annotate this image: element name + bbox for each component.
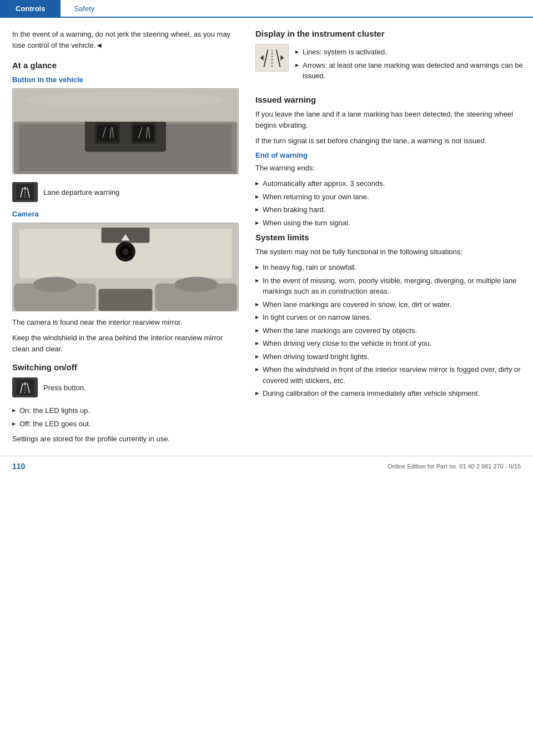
camera-desc1: The camera is found near the interior re… <box>12 317 240 328</box>
svg-rect-6 <box>97 125 118 142</box>
end-bullet-4: When using the turn signal. <box>255 218 523 229</box>
sl-bullet-4: In tight curves or on narrow lanes. <box>255 312 523 323</box>
display-bullet1: Lines: system is activated. <box>295 47 523 58</box>
header-tabs: Controls Safety <box>0 0 533 18</box>
instrument-bullets: Lines: system is activated. Arrows: at l… <box>295 44 523 86</box>
left-column: In the event of a warning, do not jerk t… <box>0 29 250 445</box>
switching-icon-badge <box>12 377 38 397</box>
camera-image <box>12 223 239 311</box>
svg-point-32 <box>33 277 77 293</box>
sl-bullet-8: When the windshield in front of the inte… <box>255 364 523 386</box>
sl-bullet-6: When driving very close to the vehicle i… <box>255 338 523 349</box>
sl-bullet-5: When the lane markings are covered by ob… <box>255 325 523 336</box>
svg-point-33 <box>174 277 218 293</box>
button-in-vehicle-title: Button in the vehicle <box>12 75 240 84</box>
lane-departure-icon-badge <box>12 182 38 202</box>
camera-title: Camera <box>12 210 240 218</box>
display-instrument-row: Lines: system is activated. Arrows: at l… <box>255 44 523 86</box>
sl-bullet-7: When driving toward bright lights. <box>255 351 523 362</box>
intro-text: In the event of a warning, do not jerk t… <box>12 29 240 51</box>
display-bullet2: Arrows: at least one lane marking was de… <box>295 60 523 82</box>
switching-title: Switching on/off <box>12 362 240 372</box>
svg-point-15 <box>27 92 224 108</box>
sl-bullet-9: During calibration of the camera immedia… <box>255 388 523 399</box>
system-limits-title: System limits <box>255 233 523 242</box>
system-limits-intro: The system may not be fully functional i… <box>255 246 523 258</box>
press-button-label: Press button. <box>43 384 86 392</box>
switching-section: Switching on/off Press button. On: the L… <box>12 362 240 445</box>
end-bullet-1: Automatically after approx. 3 seconds. <box>255 178 523 189</box>
issued-warning-title: Issued warning <box>255 95 523 104</box>
at-a-glance-title: At a glance <box>12 61 240 70</box>
lane-departure-row: Lane departure warning <box>12 182 240 202</box>
right-column: Display in the instrument cluster Lin <box>250 29 533 445</box>
svg-rect-10 <box>133 125 154 142</box>
end-bullet-2: When returning to your own lane. <box>255 191 523 203</box>
issued-p2: If the turn signal is set before changin… <box>255 135 523 147</box>
sl-bullet-2: In the event of missing, worn, poorly vi… <box>255 275 523 297</box>
display-title: Display in the instrument cluster <box>255 29 523 38</box>
end-of-warning-title: End of warning <box>255 151 523 159</box>
lane-departure-label: Lane departure warning <box>43 188 119 196</box>
sl-bullet-1: In heavy fog, rain or snowfall. <box>255 262 523 273</box>
page-number: 110 <box>12 462 25 471</box>
issued-p1: If you leave the lane and if a lane mark… <box>255 109 523 131</box>
end-bullet-3: When braking hard. <box>255 204 523 215</box>
camera-desc2: Keep the windshield in the area behind t… <box>12 332 240 355</box>
page-content: In the event of a warning, do not jerk t… <box>0 18 533 445</box>
system-limits-bullets: In heavy fog, rain or snowfall. In the e… <box>255 262 523 399</box>
settings-text: Settings are stored for the profile curr… <box>12 434 240 445</box>
switching-badge-row: Press button. <box>12 377 240 397</box>
bullet-off: Off: the LED goes out. <box>12 419 240 430</box>
tab-safety[interactable]: Safety <box>61 0 108 18</box>
end-of-warning-intro: The warning ends: <box>255 163 523 174</box>
instrument-icon <box>255 44 289 72</box>
footer: 110 Online Edition for Part no. 01 40 2 … <box>0 456 533 476</box>
tab-controls[interactable]: Controls <box>0 0 61 17</box>
bullet-on: On: the LED lights up. <box>12 405 240 416</box>
button-vehicle-image <box>12 88 239 174</box>
switching-bullets: On: the LED lights up. Off: the LED goes… <box>12 405 240 429</box>
svg-rect-31 <box>99 289 153 311</box>
sl-bullet-3: When lane markings are covered in snow, … <box>255 299 523 310</box>
edition-info: Online Edition for Part no. 01 40 2 961 … <box>388 463 521 470</box>
end-of-warning-bullets: Automatically after approx. 3 seconds. W… <box>255 178 523 228</box>
svg-point-27 <box>123 249 128 254</box>
